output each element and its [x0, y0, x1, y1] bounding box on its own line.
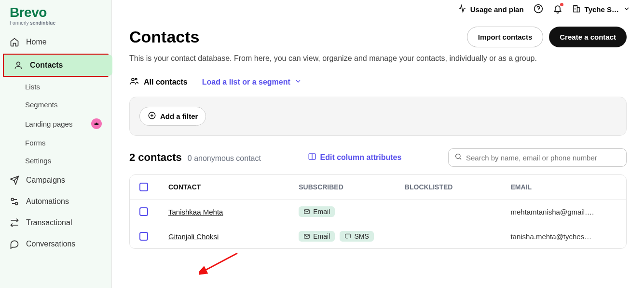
activity-icon [458, 4, 466, 14]
tab-label: All contacts [144, 78, 188, 86]
tabs: All contacts Load a list or a segment [129, 76, 627, 88]
column-header-contact[interactable]: CONTACT [168, 183, 299, 191]
help-icon [534, 4, 543, 15]
sidebar-item-segments[interactable]: Segments [0, 96, 111, 114]
email-pill: Email [299, 206, 335, 217]
send-icon [10, 175, 19, 185]
mail-icon [303, 233, 310, 240]
svg-line-13 [204, 253, 237, 271]
sidebar-item-label: Automations [26, 197, 69, 206]
summary-row: 2 contacts 0 anonymous contact Edit colu… [129, 148, 627, 167]
chevron-down-icon [294, 77, 302, 87]
button-label: Add a filter [160, 112, 198, 120]
people-icon [129, 76, 139, 88]
button-label: Edit column attributes [320, 153, 402, 162]
plus-circle-icon [148, 111, 156, 121]
sidebar-item-label: Transactional [26, 218, 72, 227]
building-icon [572, 4, 581, 14]
svg-rect-12 [345, 234, 351, 238]
sidebar-item-campaigns[interactable]: Campaigns [0, 170, 111, 191]
email-pill: Email [299, 231, 335, 242]
annotation-arrow-icon [199, 251, 242, 275]
filter-panel: Add a filter [129, 97, 627, 136]
table-row: Gitanjali Choksi Email SMS tanisha.mehta… [130, 224, 626, 248]
columns-icon [308, 152, 316, 163]
account-name: Tyche S… [585, 5, 619, 14]
sidebar-item-transactional[interactable]: Transactional [0, 212, 111, 233]
column-header-subscribed[interactable]: SUBSCRIBED [299, 183, 405, 191]
edit-columns-button[interactable]: Edit column attributes [308, 152, 402, 163]
subscribed-cell: Email SMS [299, 231, 405, 242]
chevron-down-icon [623, 5, 630, 14]
help-button[interactable] [534, 4, 543, 15]
sidebar-item-lists[interactable]: Lists [0, 78, 111, 96]
subscribed-cell: Email [299, 206, 405, 217]
contact-name-link[interactable]: Gitanjali Choksi [168, 232, 219, 241]
sidebar-item-label: Home [26, 38, 47, 46]
search-input[interactable] [466, 154, 620, 162]
svg-point-2 [15, 202, 18, 205]
sidebar-item-settings[interactable]: Settings [0, 152, 111, 170]
sms-icon [344, 233, 351, 240]
table-header: CONTACT SUBSCRIBED BLOCKLISTED EMAIL [130, 175, 626, 199]
sidebar-item-label: Campaigns [26, 176, 65, 185]
usage-plan-link[interactable]: Usage and plan [458, 4, 524, 14]
table-row: Tanishkaa Mehta Email mehtamtanisha@gmai… [130, 199, 626, 224]
main: Usage and plan Tyche S… Contacts [112, 0, 644, 288]
contacts-table: CONTACT SUBSCRIBED BLOCKLISTED EMAIL Tan… [129, 174, 627, 249]
svg-point-9 [456, 154, 460, 158]
sidebar-item-label: Forms [25, 139, 46, 147]
svg-point-0 [17, 62, 20, 65]
sidebar-item-conversations[interactable]: Conversations [0, 233, 111, 255]
contact-name-link[interactable]: Tanishkaa Mehta [168, 208, 223, 216]
logo-text: Brevo [10, 5, 102, 20]
chat-icon [10, 239, 19, 249]
email-cell: mehtamtanisha@gmail…. [510, 208, 607, 216]
row-checkbox[interactable] [139, 207, 148, 216]
sidebar-item-label: Contacts [30, 61, 63, 70]
sidebar-item-label: Landing pages [25, 120, 72, 128]
svg-point-5 [132, 78, 134, 81]
svg-point-1 [11, 198, 14, 201]
logo-subtitle: Formerly sendinblue [10, 20, 102, 26]
sidebar-item-label: Conversations [26, 240, 75, 248]
add-filter-button[interactable]: Add a filter [139, 107, 206, 126]
sidebar-item-forms[interactable]: Forms [0, 134, 111, 152]
create-contact-button[interactable]: Create a contact [549, 27, 627, 47]
logo: Brevo Formerly sendinblue [0, 5, 111, 31]
sms-pill: SMS [340, 231, 373, 242]
search-icon [454, 153, 462, 162]
home-icon [10, 37, 19, 47]
svg-point-6 [136, 78, 137, 80]
header-actions: Import contacts Create a contact [467, 27, 627, 47]
header-row: Contacts Import contacts Create a contac… [129, 27, 627, 47]
tab-all-contacts[interactable]: All contacts [129, 76, 188, 88]
select-all-checkbox[interactable] [139, 183, 148, 191]
column-header-blocklisted[interactable]: BLOCKLISTED [405, 183, 511, 191]
sidebar-item-label: Lists [25, 83, 40, 91]
page-description: This is your contact database. From here… [129, 54, 627, 63]
page-title: Contacts [129, 28, 199, 46]
sidebar: Brevo Formerly sendinblue Home Contacts … [0, 0, 112, 288]
topbar-label: Usage and plan [470, 5, 524, 14]
sidebar-item-landing-pages[interactable]: Landing pages [0, 114, 111, 134]
sidebar-item-label: Segments [25, 101, 58, 109]
column-header-email[interactable]: EMAIL [510, 183, 617, 191]
count-bold: 2 contacts [129, 151, 182, 164]
notifications-button[interactable] [553, 4, 562, 15]
content: Contacts Import contacts Create a contac… [112, 19, 644, 257]
import-contacts-button[interactable]: Import contacts [467, 27, 544, 47]
account-menu[interactable]: Tyche S… [572, 4, 630, 14]
sidebar-item-home[interactable]: Home [0, 31, 111, 53]
sidebar-item-contacts[interactable]: Contacts [3, 54, 109, 77]
sidebar-item-label: Settings [25, 157, 51, 165]
sidebar-item-automations[interactable]: Automations [0, 191, 111, 212]
row-checkbox[interactable] [139, 232, 148, 241]
crown-badge-icon [91, 118, 102, 129]
search-input-wrapper[interactable] [448, 148, 627, 167]
topbar: Usage and plan Tyche S… [112, 0, 644, 19]
notification-dot-icon [560, 3, 563, 6]
load-list-segment-button[interactable]: Load a list or a segment [202, 77, 302, 87]
contacts-icon [14, 60, 23, 70]
transactional-icon [10, 218, 19, 228]
